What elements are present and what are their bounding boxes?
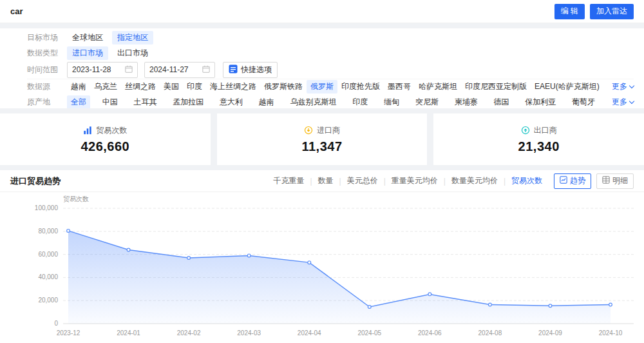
data-source-option[interactable]: 美国 [160,80,183,93]
metric-option-3[interactable]: 重量美元均价 [392,175,438,186]
svg-text:20,000: 20,000 [38,297,58,304]
svg-text:80,000: 80,000 [38,228,58,235]
origin-option[interactable]: 孟加拉国 [169,95,207,109]
more-label: 更多 [612,97,627,108]
svg-text:2024-08: 2024-08 [478,329,502,337]
data-source-option[interactable]: 海上丝绸之路 [206,80,260,93]
svg-text:2024-09: 2024-09 [538,329,562,337]
stat-card: 进口商11,347 [217,113,428,165]
origin-more[interactable]: 更多 [612,97,634,108]
detail-button-label: 明细 [612,175,628,186]
metric-separator: | [444,177,446,186]
time-range-label: 时间范围 [27,64,67,75]
importer-icon [304,126,313,135]
quick-options-icon [229,64,238,75]
end-date-value: 2024-11-27 [149,65,189,74]
stats-row: 贸易次数426,660进口商11,347出口商21,340 [0,113,644,165]
detail-view-button[interactable]: 明细 [596,173,634,189]
origin-option[interactable]: 柬埔寨 [451,95,482,109]
svg-text:2024-01: 2024-01 [117,329,140,337]
svg-text:贸易次数: 贸易次数 [63,195,89,202]
svg-text:2023-12: 2023-12 [57,329,80,337]
line-chart: 贸易次数020,00040,00060,00080,000100,0002023… [0,193,644,342]
target-market-option-global[interactable]: 全球地区 [67,31,108,44]
svg-text:2024-10: 2024-10 [599,329,623,337]
svg-text:2024-03: 2024-03 [237,329,261,337]
quick-options-label: 快捷选项 [241,64,272,75]
filter-panel: 目标市场 全球地区 指定地区 数据类型 进口市场 出口市场 时间范围 2023-… [0,28,644,108]
svg-text:2024-06: 2024-06 [418,329,442,337]
chevron-down-icon [629,83,634,88]
add-to-radar-button[interactable]: 加入雷达 [590,4,634,19]
filter-row-data-source: 数据源 越南乌克兰丝绸之路美国印度海上丝绸之路俄罗斯铁路俄罗斯印度抢先版墨西哥哈… [27,79,634,94]
filter-row-time-range: 时间范围 2023-11-28 2024-11-27 快捷选项 [27,61,634,79]
data-source-option[interactable]: 俄罗斯铁路 [260,80,307,93]
origin-option[interactable]: 突尼斯 [412,95,442,109]
target-market-label: 目标市场 [27,32,67,43]
data-source-option[interactable]: 印度抢先版 [337,80,384,93]
stat-card: 贸易次数426,660 [0,113,211,165]
data-source-option[interactable]: 印度尼西亚定制版 [461,80,531,93]
data-source-option[interactable]: 越南 [67,80,90,93]
chart-controls: 千克重量|数量|美元总价|重量美元均价|数量美元均价|贸易次数 趋势 明细 [273,173,634,189]
calendar-icon [125,65,133,75]
calendar-icon [202,65,210,75]
bar-chart-icon [83,126,92,135]
origin-option[interactable]: 缅甸 [380,95,403,109]
topbar-actions: 编 辑 加入雷达 [554,4,634,19]
origin-option[interactable]: 印度 [348,95,372,109]
trend-button-label: 趋势 [570,175,585,186]
svg-text:2024-02: 2024-02 [177,329,201,337]
edit-button[interactable]: 编 辑 [554,4,585,19]
data-source-option[interactable]: 哈萨克斯坦 [415,80,461,93]
metric-switcher: 千克重量|数量|美元总价|重量美元均价|数量美元均价|贸易次数 [273,175,542,186]
svg-text:2024-05: 2024-05 [357,329,381,337]
data-source-option[interactable]: EAEU(哈萨克斯坦) [531,80,603,93]
end-date-input[interactable]: 2024-11-27 [144,62,215,78]
origin-options: 全部中国土耳其孟加拉国意大利越南乌兹别克斯坦印度缅甸突尼斯柬埔寨德国保加利亚葡萄… [67,95,599,109]
start-date-input[interactable]: 2023-11-28 [67,62,138,78]
data-source-option[interactable]: 丝绸之路 [121,80,160,93]
svg-text:100,000: 100,000 [35,204,59,211]
origin-option[interactable]: 意大利 [216,95,247,109]
metric-option-5[interactable]: 贸易次数 [511,175,542,186]
origin-option[interactable]: 乌兹别克斯坦 [287,95,341,109]
origin-option[interactable]: 越南 [255,95,278,109]
data-source-option[interactable]: 乌克兰 [90,80,121,93]
origin-option[interactable]: 德国 [489,95,513,109]
chart-header: 进口贸易趋势 千克重量|数量|美元总价|重量美元均价|数量美元均价|贸易次数 趋… [0,170,644,192]
data-source-option[interactable]: 墨西哥 [384,80,415,93]
table-icon [602,176,610,186]
start-date-value: 2023-11-28 [72,65,111,74]
trend-view-button[interactable]: 趋势 [554,173,591,189]
origin-option[interactable]: 全部 [67,95,90,109]
stat-value: 11,347 [301,139,342,154]
origin-option[interactable]: 中国 [99,95,122,109]
metric-option-0[interactable]: 千克重量 [273,175,304,186]
data-type-option-export[interactable]: 出口市场 [112,46,153,60]
data-source-label: 数据源 [27,81,67,92]
quick-options-button[interactable]: 快捷选项 [223,62,278,78]
metric-option-1[interactable]: 数量 [318,175,334,186]
origin-option[interactable]: 葡萄牙 [568,95,599,109]
origin-option[interactable]: 土耳其 [130,95,161,109]
data-source-option[interactable]: 印度 [183,80,206,93]
svg-text:60,000: 60,000 [38,251,58,258]
metric-option-4[interactable]: 数量美元均价 [451,175,498,186]
data-type-label: 数据类型 [27,48,67,59]
data-type-option-import[interactable]: 进口市场 [67,46,108,60]
filter-row-origin: 原产地 全部中国土耳其孟加拉国意大利越南乌兹别克斯坦印度缅甸突尼斯柬埔寨德国保加… [27,94,634,108]
stat-label: 出口商 [534,125,557,136]
data-source-option[interactable]: 俄罗斯 [307,80,337,93]
origin-option[interactable]: 保加利亚 [521,95,560,109]
filter-row-data-type: 数据类型 进口市场 出口市场 [27,45,634,61]
data-source-options: 越南乌克兰丝绸之路美国印度海上丝绸之路俄罗斯铁路俄罗斯印度抢先版墨西哥哈萨克斯坦… [67,80,599,93]
target-market-option-specified[interactable]: 指定地区 [112,31,153,44]
data-source-more[interactable]: 更多 [612,81,634,92]
metric-option-2[interactable]: 美元总价 [347,175,378,186]
stat-label: 进口商 [317,125,340,136]
metric-separator: | [339,177,341,186]
filter-row-target-market: 目标市场 全球地区 指定地区 [27,30,634,45]
svg-text:0: 0 [54,320,58,327]
page-title: car [10,6,23,16]
